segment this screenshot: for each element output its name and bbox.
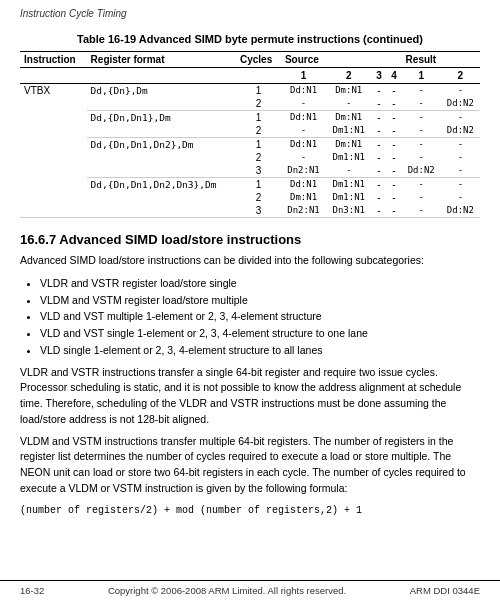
cell-r2: - bbox=[441, 164, 480, 178]
cell-format: Dd,{Dn,Dn1},Dm bbox=[87, 111, 236, 138]
cell-format: Dd,{Dn,Dn1,Dn2,Dn3},Dm bbox=[87, 178, 236, 218]
table-row: Dd,{Dn,Dn1,Dn2,Dn3},Dm1Dd:N1Dm1:N1---- bbox=[20, 178, 480, 192]
page-content: Table 16-19 Advanced SIMD byte permute i… bbox=[0, 33, 500, 518]
section-para2: VLDM and VSTM instructions transfer mult… bbox=[20, 434, 480, 497]
cell-s1: - bbox=[281, 97, 326, 111]
cell-r1: - bbox=[402, 124, 441, 138]
cell-r1: - bbox=[402, 151, 441, 164]
bullet-item: VLDM and VSTM register load/store multip… bbox=[40, 292, 480, 309]
cell-cycle: 3 bbox=[236, 164, 281, 178]
cell-r1: - bbox=[402, 84, 441, 98]
cell-s2: Dm:N1 bbox=[326, 111, 371, 125]
cell-s1: Dn2:N1 bbox=[281, 164, 326, 178]
cell-s3: - bbox=[371, 191, 386, 204]
col-sub-s4: 4 bbox=[386, 68, 401, 84]
cell-r2: Dd:N2 bbox=[441, 204, 480, 218]
cell-s4: - bbox=[386, 151, 401, 164]
cell-s2: Dm1:N1 bbox=[326, 178, 371, 192]
cell-s4: - bbox=[386, 178, 401, 192]
col-header-result: Result bbox=[402, 52, 480, 68]
col-header-instruction: Instruction bbox=[20, 52, 87, 68]
cell-s2: Dm1:N1 bbox=[326, 191, 371, 204]
cell-r2: - bbox=[441, 151, 480, 164]
cell-r1: - bbox=[402, 191, 441, 204]
cell-s2: Dm1:N1 bbox=[326, 151, 371, 164]
cell-s4: - bbox=[386, 191, 401, 204]
col-sub-cyc bbox=[236, 68, 281, 84]
instruction-table: Instruction Register format Cycles Sourc… bbox=[20, 51, 480, 218]
col-sub-r2: 2 bbox=[441, 68, 480, 84]
cell-s4: - bbox=[386, 204, 401, 218]
col-header-cycles: Cycles bbox=[236, 52, 281, 68]
cell-s3: - bbox=[371, 151, 386, 164]
cell-r1: - bbox=[402, 178, 441, 192]
cell-cycle: 3 bbox=[236, 204, 281, 218]
col-sub-r1: 1 bbox=[402, 68, 441, 84]
cell-r1: - bbox=[402, 204, 441, 218]
cell-s2: Dm:N1 bbox=[326, 138, 371, 152]
cell-s4: - bbox=[386, 84, 401, 98]
cell-s3: - bbox=[371, 164, 386, 178]
cell-s4: - bbox=[386, 138, 401, 152]
col-header-register-format: Register format bbox=[87, 52, 236, 68]
cell-cycle: 1 bbox=[236, 84, 281, 98]
cell-cycle: 1 bbox=[236, 138, 281, 152]
cell-instruction: VTBX bbox=[20, 84, 87, 218]
cell-s1: Dd:N1 bbox=[281, 111, 326, 125]
section-intro: Advanced SIMD load/store instructions ca… bbox=[20, 253, 480, 269]
section-heading: 16.6.7 Advanced SIMD load/store instruct… bbox=[20, 232, 480, 247]
cell-r1: Dd:N2 bbox=[402, 164, 441, 178]
cell-cycle: 2 bbox=[236, 124, 281, 138]
cell-s3: - bbox=[371, 111, 386, 125]
page-header: Instruction Cycle Timing bbox=[0, 0, 500, 23]
cell-r2: - bbox=[441, 191, 480, 204]
cell-s1: Dm:N1 bbox=[281, 191, 326, 204]
cell-s3: - bbox=[371, 138, 386, 152]
table-row: Dd,{Dn,Dn1,Dn2},Dm1Dd:N1Dm:N1---- bbox=[20, 138, 480, 152]
cell-s4: - bbox=[386, 111, 401, 125]
cell-s2: - bbox=[326, 97, 371, 111]
cell-s3: - bbox=[371, 84, 386, 98]
cell-s2: Dm1:N1 bbox=[326, 124, 371, 138]
col-sub-s2: 2 bbox=[326, 68, 371, 84]
cell-s4: - bbox=[386, 97, 401, 111]
cell-r2: - bbox=[441, 178, 480, 192]
cell-r2: Dd:N2 bbox=[441, 124, 480, 138]
bullet-item: VLDR and VSTR register load/store single bbox=[40, 275, 480, 292]
cell-s1: Dn2:N1 bbox=[281, 204, 326, 218]
col-sub-s1: 1 bbox=[281, 68, 326, 84]
cell-format: Dd,{Dn},Dm bbox=[87, 84, 236, 111]
cell-s1: Dd:N1 bbox=[281, 138, 326, 152]
cell-s3: - bbox=[371, 124, 386, 138]
cell-s2: - bbox=[326, 164, 371, 178]
table-row: VTBXDd,{Dn},Dm1Dd:N1Dm:N1---- bbox=[20, 84, 480, 98]
footer-right: ARM DDI 0344E bbox=[410, 585, 480, 596]
cell-s3: - bbox=[371, 178, 386, 192]
cell-s1: Dd:N1 bbox=[281, 178, 326, 192]
col-sub-s3: 3 bbox=[371, 68, 386, 84]
footer-center: Copyright © 2006-2008 ARM Limited. All r… bbox=[108, 585, 346, 596]
cell-s1: Dd:N1 bbox=[281, 84, 326, 98]
footer-left: 16-32 bbox=[20, 585, 44, 596]
bullet-item: VLD and VST single 1-element or 2, 3, 4-… bbox=[40, 325, 480, 342]
cell-s4: - bbox=[386, 124, 401, 138]
cell-format: Dd,{Dn,Dn1,Dn2},Dm bbox=[87, 138, 236, 178]
cell-r1: - bbox=[402, 138, 441, 152]
bullet-item: VLD and VST multiple 1-element or 2, 3, … bbox=[40, 308, 480, 325]
cell-r2: - bbox=[441, 138, 480, 152]
cell-cycle: 2 bbox=[236, 151, 281, 164]
cell-s3: - bbox=[371, 204, 386, 218]
cell-cycle: 1 bbox=[236, 178, 281, 192]
bullet-list: VLDR and VSTR register load/store single… bbox=[40, 275, 480, 359]
cell-s4: - bbox=[386, 164, 401, 178]
section-formula: (number of registers/2) + mod (number of… bbox=[20, 503, 480, 518]
cell-cycle: 1 bbox=[236, 111, 281, 125]
table-row: Dd,{Dn,Dn1},Dm1Dd:N1Dm:N1---- bbox=[20, 111, 480, 125]
col-header-source: Source bbox=[281, 52, 402, 68]
cell-s2: Dm:N1 bbox=[326, 84, 371, 98]
cell-r2: - bbox=[441, 84, 480, 98]
cell-cycle: 2 bbox=[236, 97, 281, 111]
col-sub-fmt bbox=[87, 68, 236, 84]
cell-s3: - bbox=[371, 97, 386, 111]
cell-s2: Dn3:N1 bbox=[326, 204, 371, 218]
